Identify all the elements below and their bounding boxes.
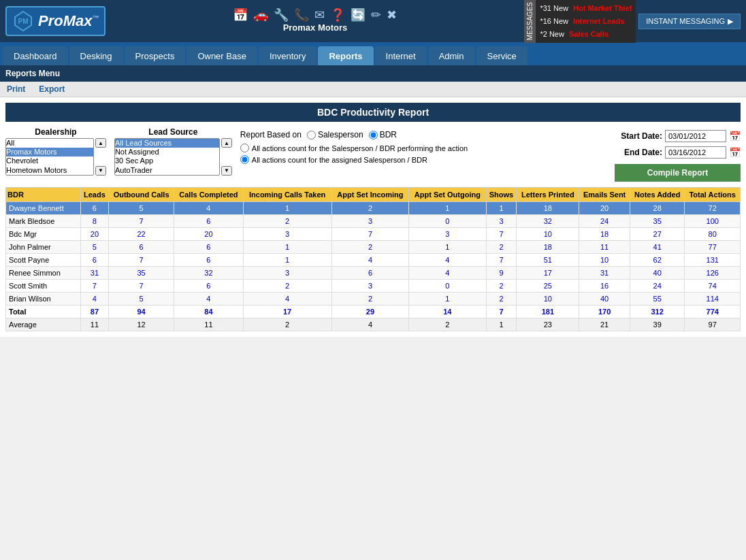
data-cell-link[interactable]: 27: [653, 230, 662, 238]
data-cell-link[interactable]: 28: [653, 204, 662, 212]
table-cell-data[interactable]: 1: [409, 293, 486, 306]
table-cell-data[interactable]: 40: [630, 267, 684, 280]
dealership-list[interactable]: All Promax Motors Chevrolet Hometown Mot…: [5, 138, 94, 176]
table-cell-data[interactable]: 7: [108, 254, 174, 267]
data-cell-link[interactable]: 6: [368, 269, 372, 277]
table-cell-data[interactable]: 4: [409, 267, 486, 280]
data-cell-link[interactable]: 1: [445, 295, 449, 303]
table-cell-data[interactable]: 51: [517, 254, 579, 267]
table-cell-data[interactable]: 3: [243, 267, 331, 280]
action-radio-1-label[interactable]: All actions count for the Salesperson / …: [240, 144, 606, 152]
close-icon[interactable]: ✖: [387, 7, 397, 22]
table-cell-data[interactable]: 41: [630, 241, 684, 254]
table-cell-data[interactable]: 20: [81, 228, 109, 241]
data-cell-link[interactable]: 2: [285, 217, 289, 225]
table-cell-data[interactable]: 114: [685, 293, 741, 306]
table-cell-data[interactable]: 31: [579, 267, 630, 280]
total-cell-link[interactable]: 312: [651, 308, 664, 316]
tab-internet[interactable]: Internet: [375, 46, 427, 65]
data-cell-link[interactable]: 3: [285, 269, 289, 277]
table-cell-data[interactable]: 4: [174, 293, 243, 306]
data-cell-link[interactable]: 41: [653, 243, 662, 251]
data-cell-link[interactable]: 5: [140, 295, 144, 303]
table-cell-data[interactable]: 7: [486, 254, 517, 267]
msg-link-1[interactable]: Hot Market Thief: [573, 4, 632, 12]
data-cell-link[interactable]: 4: [445, 256, 449, 264]
data-cell-link[interactable]: 5: [93, 243, 97, 251]
data-cell-link[interactable]: 10: [600, 256, 609, 264]
table-cell-data[interactable]: 6: [174, 241, 243, 254]
table-cell-data[interactable]: 77: [685, 241, 741, 254]
data-cell-link[interactable]: 51: [544, 256, 552, 264]
data-cell-link[interactable]: 126: [707, 269, 719, 277]
total-cell[interactable]: 17: [243, 306, 331, 318]
data-cell-link[interactable]: 22: [137, 230, 145, 238]
table-cell-data[interactable]: 5: [81, 241, 109, 254]
table-cell-data[interactable]: 2: [486, 241, 517, 254]
total-cell[interactable]: 87: [81, 306, 109, 318]
data-cell-link[interactable]: 55: [653, 295, 662, 303]
total-cell-link[interactable]: 14: [443, 308, 451, 316]
phone-icon[interactable]: 📞: [294, 7, 309, 22]
data-cell-link[interactable]: 7: [140, 282, 144, 290]
table-cell-data[interactable]: 18: [579, 228, 630, 241]
tab-reports[interactable]: Reports: [318, 46, 373, 65]
data-cell-link[interactable]: 10: [544, 295, 552, 303]
end-date-cal-icon[interactable]: 📅: [729, 147, 741, 158]
table-cell-data[interactable]: 27: [630, 228, 684, 241]
data-cell-link[interactable]: 7: [499, 256, 503, 264]
msg-link-3[interactable]: Sales Calls: [569, 30, 609, 38]
radio-salesperson-label[interactable]: Salesperson: [307, 130, 363, 139]
table-cell-data[interactable]: 32: [517, 215, 579, 228]
refresh-icon[interactable]: 🔄: [351, 7, 366, 22]
data-cell-link[interactable]: 80: [709, 230, 717, 238]
data-cell-link[interactable]: 1: [285, 256, 289, 264]
action-radio-2[interactable]: [240, 155, 249, 164]
data-cell-link[interactable]: 24: [600, 217, 609, 225]
data-cell-link[interactable]: 20: [600, 204, 609, 212]
table-cell-data[interactable]: 9: [486, 267, 517, 280]
data-cell-link[interactable]: 20: [91, 230, 99, 238]
table-cell-data[interactable]: 3: [243, 228, 331, 241]
data-cell-link[interactable]: 2: [499, 282, 503, 290]
table-cell-data[interactable]: 6: [174, 254, 243, 267]
data-cell-link[interactable]: 3: [368, 217, 372, 225]
table-cell-data[interactable]: 1: [243, 254, 331, 267]
data-cell-link[interactable]: 6: [140, 243, 144, 251]
total-cell[interactable]: 170: [579, 306, 630, 318]
print-button[interactable]: Print: [7, 84, 25, 94]
table-cell-data[interactable]: 2: [243, 215, 331, 228]
data-cell-link[interactable]: 1: [285, 243, 289, 251]
table-cell-data[interactable]: 28: [630, 202, 684, 215]
tab-admin[interactable]: Admin: [428, 46, 475, 65]
table-cell-data[interactable]: 55: [630, 293, 684, 306]
total-cell-link[interactable]: 29: [366, 308, 374, 316]
total-cell[interactable]: 7: [486, 306, 517, 318]
data-cell-link[interactable]: 62: [653, 256, 662, 264]
table-cell-data[interactable]: 1: [486, 202, 517, 215]
table-cell-data[interactable]: 6: [81, 254, 109, 267]
data-cell-link[interactable]: 6: [206, 256, 210, 264]
data-cell-link[interactable]: 0: [445, 217, 449, 225]
data-cell-link[interactable]: 74: [709, 282, 717, 290]
tab-service[interactable]: Service: [476, 46, 528, 65]
email-icon[interactable]: ✉: [314, 7, 325, 22]
table-cell-data[interactable]: 16: [579, 280, 630, 293]
data-cell-link[interactable]: 0: [445, 282, 449, 290]
total-cell-link[interactable]: 774: [707, 308, 719, 316]
table-cell-data[interactable]: 100: [685, 215, 741, 228]
table-cell-data[interactable]: 1: [243, 241, 331, 254]
data-cell-link[interactable]: 16: [600, 282, 609, 290]
table-cell-data[interactable]: 35: [108, 267, 174, 280]
total-cell[interactable]: 181: [517, 306, 579, 318]
total-cell-link[interactable]: 181: [542, 308, 554, 316]
table-cell-data[interactable]: 20: [579, 202, 630, 215]
tab-desking[interactable]: Desking: [69, 46, 123, 65]
data-cell-link[interactable]: 1: [445, 243, 449, 251]
export-button[interactable]: Export: [39, 84, 65, 94]
radio-bdr[interactable]: [369, 131, 378, 139]
data-cell-link[interactable]: 3: [499, 217, 503, 225]
data-cell-link[interactable]: 9: [499, 269, 503, 277]
data-cell-link[interactable]: 20: [204, 230, 212, 238]
data-cell-link[interactable]: 24: [653, 282, 662, 290]
